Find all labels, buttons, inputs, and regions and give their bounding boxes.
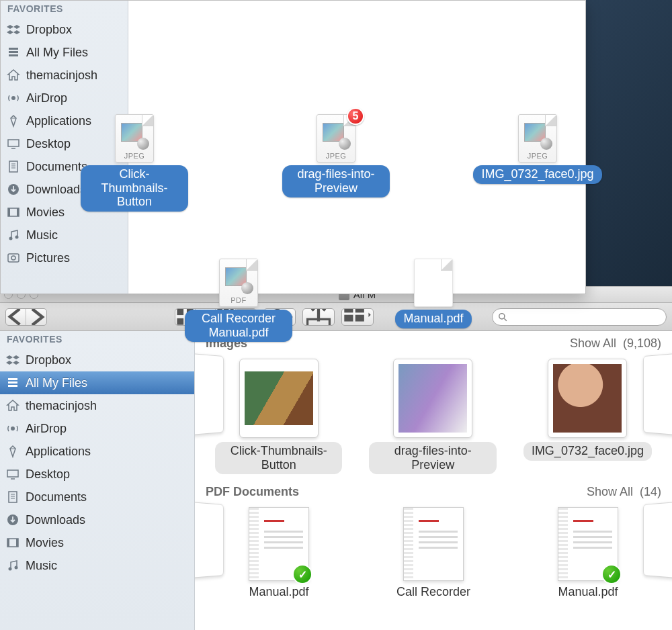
share-icon[interactable] <box>303 309 334 325</box>
pdf-item[interactable]: Call Recorder <box>383 507 484 599</box>
svg-rect-27 <box>344 308 353 312</box>
sidebar-section-favorites: FAVORITES <box>1 1 128 18</box>
svg-rect-1 <box>9 51 18 53</box>
coverflow-peek-right[interactable] <box>643 353 672 436</box>
sidebar-item-label: Documents <box>26 160 87 174</box>
applications-icon <box>6 114 21 128</box>
all-files-icon <box>6 45 21 60</box>
svg-rect-8 <box>8 208 10 216</box>
svg-point-31 <box>499 313 505 318</box>
file-name-label: Click-Thumbnails-Button <box>215 442 342 474</box>
sidebar-item-documents[interactable]: Documents <box>0 486 194 508</box>
svg-rect-30 <box>355 314 364 321</box>
movies-icon <box>6 205 21 220</box>
sidebar-item-label: Music <box>26 228 58 242</box>
svg-point-3 <box>11 96 15 100</box>
sidebar-item-label: AirDrop <box>26 422 67 436</box>
svg-point-42 <box>9 568 12 571</box>
pdf-item[interactable]: ✓Manual.pdf <box>538 507 638 599</box>
svg-rect-29 <box>344 314 353 321</box>
section-header-pdfs: PDF Documents Show All (14) <box>195 480 672 503</box>
share-menu[interactable] <box>302 308 335 326</box>
sidebar-item-dropbox[interactable]: Dropbox <box>0 349 194 371</box>
svg-rect-14 <box>177 308 183 315</box>
forward-button[interactable] <box>26 309 46 325</box>
sidebar-item-label: Applications <box>26 114 91 128</box>
documents-icon <box>5 490 20 504</box>
coverflow-peek-right[interactable] <box>643 502 672 578</box>
finder-window-back: All M <box>0 286 672 630</box>
gear-icon[interactable] <box>264 309 295 325</box>
sidebar-item-desktop[interactable]: Desktop <box>0 463 194 486</box>
sidebar-item-airdrop[interactable]: AirDrop <box>0 417 194 440</box>
dropbox-icon <box>6 22 21 37</box>
sidebar-item-documents[interactable]: Documents <box>1 155 128 178</box>
svg-rect-40 <box>7 539 9 547</box>
sidebar-item-pictures[interactable]: Pictures <box>1 246 128 269</box>
svg-point-35 <box>11 426 15 431</box>
file-name-label: IMG_0732_face0.jpg <box>523 442 652 461</box>
sidebar-item-label: Dropbox <box>26 353 71 367</box>
sidebar-item-movies[interactable]: Movies <box>0 531 194 554</box>
sidebar-item-applications[interactable]: Applications <box>0 440 194 463</box>
sidebar-item-label: Movies <box>26 206 65 220</box>
column-view-button[interactable] <box>216 309 236 325</box>
sidebar-item-airdrop[interactable]: AirDrop <box>1 87 128 109</box>
music-icon <box>5 558 20 573</box>
svg-rect-32 <box>8 378 17 380</box>
view-switcher[interactable] <box>175 308 257 326</box>
desktop-icon <box>5 467 20 482</box>
show-all-pdfs[interactable]: Show All (14) <box>587 485 661 499</box>
svg-rect-28 <box>355 308 364 312</box>
nav-back-forward[interactable] <box>5 308 47 326</box>
thumbnail <box>393 359 472 438</box>
toolbar <box>0 303 672 331</box>
sidebar-item-downloads[interactable]: Downloads <box>0 508 194 531</box>
sidebar-item-label: Downloads <box>26 183 86 197</box>
sidebar-item-label: Pictures <box>26 251 70 265</box>
list-view-button[interactable] <box>196 309 216 325</box>
coverflow-peek-left[interactable] <box>195 353 224 436</box>
svg-rect-0 <box>9 48 18 50</box>
sidebar-item-label: Music <box>26 559 57 573</box>
sidebar-item-downloads[interactable]: Downloads <box>1 178 128 201</box>
content-area: Images Show All (9,108) Click-Thumbnails… <box>195 331 672 630</box>
pdf-item[interactable]: ✓Manual.pdf <box>228 507 329 599</box>
coverflow-view-button[interactable] <box>236 309 256 325</box>
sidebar-item-music[interactable]: Music <box>1 224 128 246</box>
sidebar-item-themacinjosh[interactable]: themacinjosh <box>1 64 128 87</box>
sidebar-item-themacinjosh[interactable]: themacinjosh <box>0 394 194 417</box>
sidebar-item-applications[interactable]: Applications <box>1 109 128 132</box>
sidebar-item-all-my-files[interactable]: All My Files <box>0 371 194 394</box>
checkmark-badge: ✓ <box>601 564 622 584</box>
image-item[interactable]: drag-files-into-Preview <box>369 359 496 474</box>
sidebar-item-desktop[interactable]: Desktop <box>1 132 128 155</box>
sidebar-item-all-my-files[interactable]: All My Files <box>1 41 128 64</box>
arrange-menu[interactable] <box>341 308 374 326</box>
svg-rect-34 <box>8 385 17 387</box>
arrange-icon[interactable] <box>342 309 373 325</box>
svg-point-13 <box>11 256 15 260</box>
section-title: PDF Documents <box>206 485 299 499</box>
image-item[interactable]: IMG_0732_face0.jpg <box>523 359 652 461</box>
svg-rect-5 <box>9 161 17 172</box>
svg-rect-18 <box>197 310 213 313</box>
sidebar-item-movies[interactable]: Movies <box>1 201 128 224</box>
icon-view-button[interactable] <box>175 309 196 325</box>
applications-icon <box>5 444 20 459</box>
show-all-images[interactable]: Show All (9,108) <box>570 336 661 351</box>
svg-rect-33 <box>8 381 17 384</box>
sidebar-item-music[interactable]: Music <box>0 554 194 577</box>
file-icon-area[interactable] <box>128 1 585 294</box>
svg-rect-21 <box>217 308 222 324</box>
image-item[interactable]: Click-Thumbnails-Button <box>215 359 342 474</box>
action-menu[interactable] <box>263 308 296 326</box>
sidebar-item-label: themacinjosh <box>26 399 97 413</box>
coverflow-peek-left[interactable] <box>195 502 224 578</box>
back-button[interactable] <box>6 309 26 325</box>
search-field[interactable] <box>492 308 667 326</box>
svg-point-11 <box>15 236 19 239</box>
home-icon <box>5 398 20 413</box>
file-name-label: Call Recorder <box>396 585 470 599</box>
sidebar-item-dropbox[interactable]: Dropbox <box>1 18 128 41</box>
